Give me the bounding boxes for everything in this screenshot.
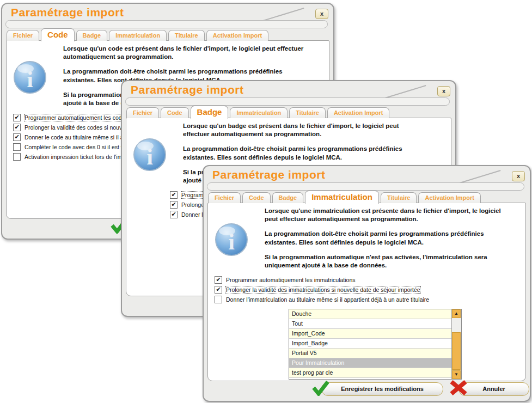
checkbox-checked-icon[interactable]: ✔ (13, 124, 21, 131)
description-paragraphs: Lorsque qu'une immatriculation est prése… (265, 207, 513, 270)
checkbox-group: ✔ Programmer automatiquement les immatri… (215, 276, 525, 303)
tab-fichier[interactable]: Fichier (208, 192, 241, 203)
paragraph-predefined: La programmation doit-être choisit parmi… (183, 145, 439, 161)
close-button[interactable]: x (512, 171, 525, 181)
info-icon: i (133, 138, 167, 174)
checkbox-checked-icon[interactable]: ✔ (170, 201, 178, 209)
window-title: Paramétrage import (11, 6, 124, 19)
info-icon: i (13, 60, 47, 96)
tab-bar: Fichier Code Badge Immatriculation Titul… (126, 106, 451, 118)
checkbox-label: Programmer automatiquement les codes (25, 114, 128, 121)
checkbox-label: Donner l'immatriculation au titulaire mê… (226, 296, 429, 303)
titlebar-strip (207, 182, 524, 191)
tab-code[interactable]: Code (41, 28, 75, 41)
titlebar-strip (125, 97, 450, 106)
tab-fichier[interactable]: Fichier (7, 30, 39, 41)
paragraph-predefined: La programmation doit-être choisit parmi… (265, 230, 513, 246)
list-item[interactable]: Douche (289, 309, 452, 319)
listbox-scrollbar[interactable]: ▲ ▼ (451, 309, 461, 379)
tab-code[interactable]: Code (161, 107, 189, 118)
tab-badge[interactable]: Badge (76, 30, 108, 41)
list-item[interactable]: Import_Code (289, 329, 452, 339)
save-button[interactable]: Enregistrer les modifications (321, 382, 443, 396)
tab-code[interactable]: Code (242, 192, 271, 203)
checkbox-checked-icon[interactable]: ✔ (170, 191, 178, 199)
tab-immatriculation[interactable]: Immatriculation (230, 107, 288, 118)
close-button[interactable]: x (315, 9, 328, 19)
save-check-icon (311, 380, 330, 398)
checkbox-row[interactable]: Donner l'immatriculation au titulaire mê… (215, 296, 525, 303)
checkbox-checked-icon[interactable]: ✔ (13, 114, 21, 121)
checkbox-unchecked[interactable] (13, 153, 21, 161)
checkbox-row[interactable]: ✔ Prolonger la validité des immatriculat… (215, 286, 525, 293)
tab-titulaire[interactable]: Titulaire (381, 192, 417, 203)
svg-text:i: i (146, 144, 153, 169)
tab-titulaire[interactable]: Titulaire (289, 107, 326, 118)
checkbox-unchecked[interactable] (215, 296, 222, 303)
footer: Enregistrer les modifications Annuler (204, 382, 530, 399)
titlebar: Paramétrage import x (122, 81, 455, 106)
window-title: Paramétrage import (212, 168, 325, 181)
tab-activation-import[interactable]: Activation Import (327, 107, 389, 118)
scroll-up-arrow-icon[interactable]: ▲ (452, 309, 461, 318)
paragraph-intro: Lorsque qu'un code est présent dans le f… (63, 45, 317, 61)
paragraph-intro: Lorsque qu'une immatriculation est prése… (265, 207, 513, 223)
checkbox-checked-icon[interactable]: ✔ (170, 211, 178, 218)
tab-badge[interactable]: Badge (272, 192, 304, 203)
tab-fichier[interactable]: Fichier (126, 107, 159, 118)
programmation-listbox: Douche Tout Import_Code Import_Badge Por… (289, 309, 462, 380)
window-title: Paramétrage import (131, 83, 243, 96)
scrollbar-thumb[interactable] (452, 332, 461, 370)
checkbox-label: Prolonger la validité des immatriculatio… (226, 286, 420, 293)
list-item[interactable]: Portail V5 (289, 349, 452, 358)
tab-bar: Fichier Code Badge Immatriculation Titul… (208, 191, 525, 203)
tab-content-panel: i Lorsque qu'une immatriculation est pré… (207, 203, 526, 381)
tab-badge[interactable]: Badge (191, 106, 229, 119)
titlebar: Paramétrage import x (2, 4, 333, 29)
checkbox-row[interactable]: ✔ Programmer automatiquement les immatri… (215, 276, 525, 283)
close-button[interactable]: x (437, 86, 450, 96)
svg-text:i: i (27, 67, 33, 92)
titlebar-strip (5, 20, 328, 28)
tab-immatriculation[interactable]: Immatriculation (305, 191, 379, 204)
cancel-button[interactable]: Annuler (458, 382, 529, 396)
listbox-rows: Douche Tout Import_Code Import_Badge Por… (289, 309, 452, 379)
checkbox-label: Programmer automatiquement les immatricu… (226, 277, 356, 283)
list-item[interactable]: Import_Badge (289, 339, 452, 349)
info-icon: i (215, 223, 248, 259)
list-item[interactable]: Tout (289, 319, 452, 329)
tab-activation-import[interactable]: Activation Import (206, 30, 268, 41)
tab-titulaire[interactable]: Titulaire (168, 30, 205, 41)
scroll-down-arrow-icon[interactable]: ▼ (452, 370, 461, 379)
tab-bar: Fichier Code Badge Immatriculation Titul… (7, 28, 329, 41)
checkbox-unchecked[interactable] (13, 143, 21, 151)
tab-immatriculation[interactable]: Immatriculation (109, 30, 167, 41)
checkbox-checked-icon[interactable]: ✔ (13, 133, 21, 141)
paragraph-fallback: Si la programmation automatique n'est pa… (265, 253, 513, 270)
checkbox-checked-icon[interactable]: ✔ (215, 286, 222, 294)
tab-activation-import[interactable]: Activation Import (418, 192, 480, 203)
window-parametrage-import-immatriculation: Paramétrage import x Fichier Code Badge … (203, 165, 531, 402)
cancel-x-icon (449, 380, 468, 398)
titlebar: Paramétrage import x (204, 166, 530, 191)
paragraph-intro: Lorsque qu'un badge est présent dans le … (183, 122, 439, 138)
svg-text:i: i (228, 229, 235, 254)
checkbox-checked-icon[interactable]: ✔ (215, 276, 222, 284)
list-item-selected[interactable]: Pour Immatriculation (289, 358, 452, 368)
list-item[interactable]: test prog par cle (289, 368, 452, 378)
